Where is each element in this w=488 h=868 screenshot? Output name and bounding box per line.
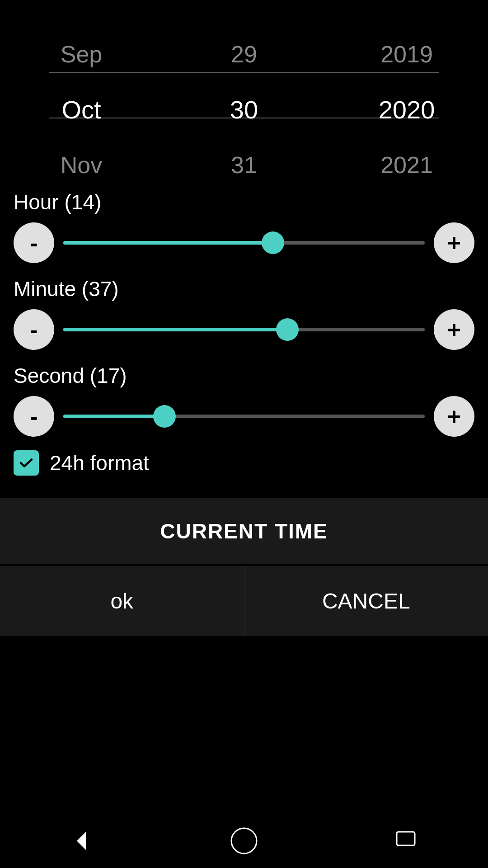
bottom-buttons: ok CANCEL <box>0 566 488 636</box>
date-picker[interactable]: Sep Oct Nov 29 30 31 2019 2020 2021 <box>0 9 488 181</box>
month-column[interactable]: Sep Oct Nov <box>0 27 163 181</box>
controls-section: Hour (14) - + Minute (37) - + Second (17… <box>0 181 488 498</box>
hour-decrement-button[interactable]: - <box>14 222 54 263</box>
home-icon <box>230 827 258 854</box>
format-24h-label: 24h format <box>50 451 149 475</box>
ok-button[interactable]: ok <box>0 566 244 636</box>
minute-track[interactable] <box>63 328 425 331</box>
hour-thumb[interactable] <box>262 231 284 254</box>
svg-rect-2 <box>397 832 415 845</box>
format-24h-row[interactable]: 24h format <box>14 450 474 476</box>
second-label: Second (17) <box>14 363 474 388</box>
second-slider-group: Second (17) - + <box>14 363 474 437</box>
back-button[interactable] <box>66 825 97 857</box>
second-thumb[interactable] <box>153 405 176 428</box>
recents-icon <box>394 830 419 852</box>
recents-button[interactable] <box>391 825 422 857</box>
checkmark-icon <box>18 455 34 471</box>
month-current: Oct <box>61 81 103 138</box>
year-current: 2020 <box>379 81 435 138</box>
hour-label: Hour (14) <box>14 190 474 214</box>
hour-track[interactable] <box>63 241 425 245</box>
cancel-button[interactable]: CANCEL <box>244 566 488 636</box>
second-increment-button[interactable]: + <box>434 396 474 437</box>
format-24h-checkbox[interactable] <box>14 450 39 476</box>
minute-increment-button[interactable]: + <box>434 309 474 350</box>
current-time-button[interactable]: CURRENT TIME <box>0 498 488 564</box>
second-track[interactable] <box>63 415 425 418</box>
year-prev: 2019 <box>379 27 435 81</box>
day-next: 31 <box>230 138 258 181</box>
month-next: Nov <box>61 138 103 181</box>
home-button[interactable] <box>228 825 260 857</box>
minute-slider-row: - + <box>14 309 474 350</box>
svg-point-1 <box>231 828 257 854</box>
minute-slider-group: Minute (37) - + <box>14 277 474 350</box>
back-icon <box>70 830 93 852</box>
hour-slider-row: - + <box>14 222 474 263</box>
hour-slider-group: Hour (14) - + <box>14 190 474 263</box>
day-column[interactable]: 29 30 31 <box>163 27 325 181</box>
hour-fill <box>63 241 273 245</box>
hour-increment-button[interactable]: + <box>434 222 474 263</box>
second-slider-row: - + <box>14 396 474 437</box>
day-current: 30 <box>230 81 258 138</box>
second-decrement-button[interactable]: - <box>14 396 54 437</box>
minute-fill <box>63 328 287 331</box>
minute-decrement-button[interactable]: - <box>14 309 54 350</box>
minute-thumb[interactable] <box>276 318 299 341</box>
minute-label: Minute (37) <box>14 277 474 301</box>
day-prev: 29 <box>230 27 258 81</box>
svg-marker-0 <box>77 832 86 850</box>
year-column[interactable]: 2019 2020 2021 <box>325 27 488 181</box>
year-next: 2021 <box>379 138 435 181</box>
nav-bar <box>0 814 488 868</box>
second-fill <box>63 415 164 418</box>
month-prev: Sep <box>61 27 103 81</box>
